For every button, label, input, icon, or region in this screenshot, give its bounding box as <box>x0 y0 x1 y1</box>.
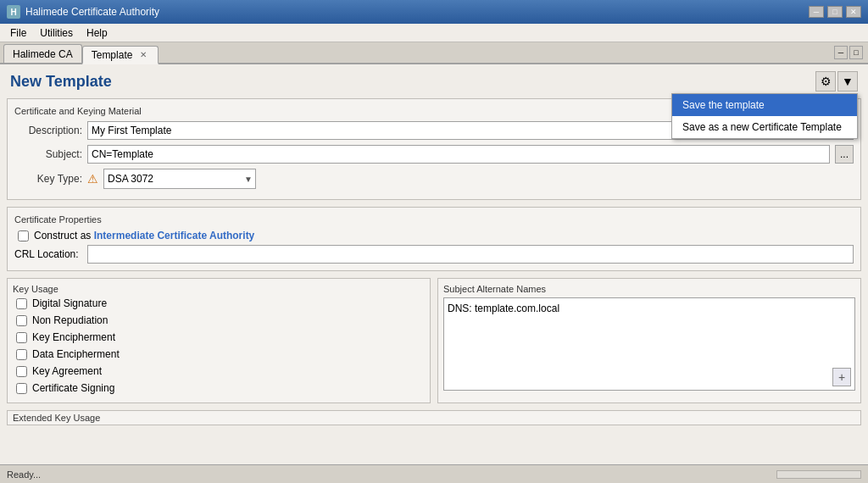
crl-location-input[interactable] <box>87 245 854 264</box>
page-title: New Template <box>10 73 112 91</box>
page-header: New Template ⚙ ▼ Save the template Save … <box>0 64 868 95</box>
tab-template[interactable]: Template ✕ <box>82 46 159 64</box>
certificate-signing-checkbox[interactable] <box>16 383 27 394</box>
key-agreement-checkbox[interactable] <box>16 366 27 377</box>
dropdown-toggle-button[interactable]: ▼ <box>837 71 858 92</box>
intermediate-ca-row: Construct as Intermediate Certificate Au… <box>14 230 854 242</box>
menu-utilities[interactable]: Utilities <box>33 25 80 41</box>
window-controls: ─ □ ✕ <box>809 6 861 18</box>
san-title: Subject Alternate Names <box>443 284 855 294</box>
key-type-label: Key Type: <box>14 173 82 185</box>
tab-maximize-button[interactable]: □ <box>849 46 863 59</box>
warning-icon: ⚠ <box>87 172 98 186</box>
key-usage-item-4: Key Agreement <box>13 365 425 377</box>
digital-signature-checkbox[interactable] <box>16 298 27 309</box>
header-actions: ⚙ ▼ Save the template Save as a new Cert… <box>815 71 858 92</box>
crl-location-label: CRL Location: <box>14 248 82 260</box>
close-button[interactable]: ✕ <box>846 6 861 18</box>
key-type-row: Key Type: ⚠ DSA 3072 RSA 2048 RSA 4096 E… <box>14 169 854 189</box>
key-encipherment-checkbox[interactable] <box>16 332 27 343</box>
ext-key-usage-section: Extended Key Usage <box>7 410 861 425</box>
tab-halimede-ca[interactable]: Halimede CA <box>3 44 82 63</box>
dropdown-menu: Save the template Save as a new Certific… <box>671 93 858 139</box>
cert-props-section: Certificate Properties Construct as Inte… <box>7 207 861 271</box>
tab-bar: Halimede CA Template ✕ ─ □ <box>0 42 868 64</box>
key-usage-item-2: Key Encipherment <box>13 331 425 343</box>
save-template-option[interactable]: Save the template <box>672 94 857 116</box>
key-usage-item-0: Digital Signature <box>13 297 425 309</box>
key-encipherment-label: Key Encipherment <box>32 331 115 343</box>
two-col-section: Key Usage Digital Signature Non Repudiat… <box>7 278 861 403</box>
san-entry-0: DNS: template.com.local <box>448 302 851 315</box>
subject-ellipsis-button[interactable]: ... <box>835 145 854 164</box>
status-text: Ready... <box>7 469 776 480</box>
crl-location-row: CRL Location: <box>14 245 854 264</box>
key-agreement-label: Key Agreement <box>32 365 102 377</box>
non-repudiation-checkbox[interactable] <box>16 315 27 326</box>
key-usage-item-5: Certificate Signing <box>13 382 425 394</box>
subject-label: Subject: <box>14 148 82 160</box>
key-usage-title: Key Usage <box>13 284 425 294</box>
tab-bar-controls: ─ □ <box>834 46 863 59</box>
menu-file[interactable]: File <box>3 25 33 41</box>
menu-bar: File Utilities Help <box>0 24 868 42</box>
menu-help[interactable]: Help <box>80 25 114 41</box>
app-title: Halimede Certificate Authority <box>25 6 159 18</box>
non-repudiation-label: Non Repudiation <box>32 314 108 326</box>
app-icon: H <box>7 5 20 19</box>
san-section: Subject Alternate Names DNS: template.co… <box>437 278 861 403</box>
scrollbar[interactable] <box>776 470 861 479</box>
tab-halimede-ca-label: Halimede CA <box>13 48 73 60</box>
tab-template-close[interactable]: ✕ <box>137 49 149 61</box>
san-add-button[interactable]: + <box>832 368 851 386</box>
digital-signature-label: Digital Signature <box>32 297 107 309</box>
san-box: DNS: template.com.local + <box>443 297 855 391</box>
key-usage-item-1: Non Repudiation <box>13 314 425 326</box>
main-content: New Template ⚙ ▼ Save the template Save … <box>0 64 868 464</box>
status-bar: Ready... <box>0 464 868 483</box>
tab-minimize-button[interactable]: ─ <box>834 46 848 59</box>
restore-button[interactable]: □ <box>827 6 843 18</box>
subject-row: Subject: ... <box>14 145 854 164</box>
data-encipherment-checkbox[interactable] <box>16 349 27 360</box>
actions-icon: ⚙ <box>821 75 832 88</box>
data-encipherment-label: Data Encipherment <box>32 348 120 360</box>
key-type-select[interactable]: DSA 3072 RSA 2048 RSA 4096 EC 256 <box>103 169 256 189</box>
intermediate-ca-checkbox[interactable] <box>18 230 29 242</box>
key-usage-list: Digital Signature Non Repudiation Key En… <box>13 297 425 397</box>
title-bar: H Halimede Certificate Authority ─ □ ✕ <box>0 0 868 24</box>
subject-input[interactable] <box>87 145 830 164</box>
certificate-signing-label: Certificate Signing <box>32 382 114 394</box>
ext-key-usage-title: Extended Key Usage <box>13 413 100 423</box>
actions-menu-button[interactable]: ⚙ <box>815 71 836 92</box>
save-new-template-option[interactable]: Save as a new Certificate Template <box>672 116 857 138</box>
intermediate-ca-label: Construct as Intermediate Certificate Au… <box>34 230 254 242</box>
key-usage-item-3: Data Encipherment <box>13 348 425 360</box>
cert-props-title: Certificate Properties <box>14 214 854 225</box>
key-usage-section: Key Usage Digital Signature Non Repudiat… <box>7 278 431 403</box>
tab-template-label: Template <box>92 49 133 61</box>
key-type-select-wrapper: DSA 3072 RSA 2048 RSA 4096 EC 256 ▼ <box>103 169 256 189</box>
minimize-button[interactable]: ─ <box>809 6 824 18</box>
description-label: Description: <box>14 125 82 136</box>
chevron-down-icon: ▼ <box>842 75 854 88</box>
